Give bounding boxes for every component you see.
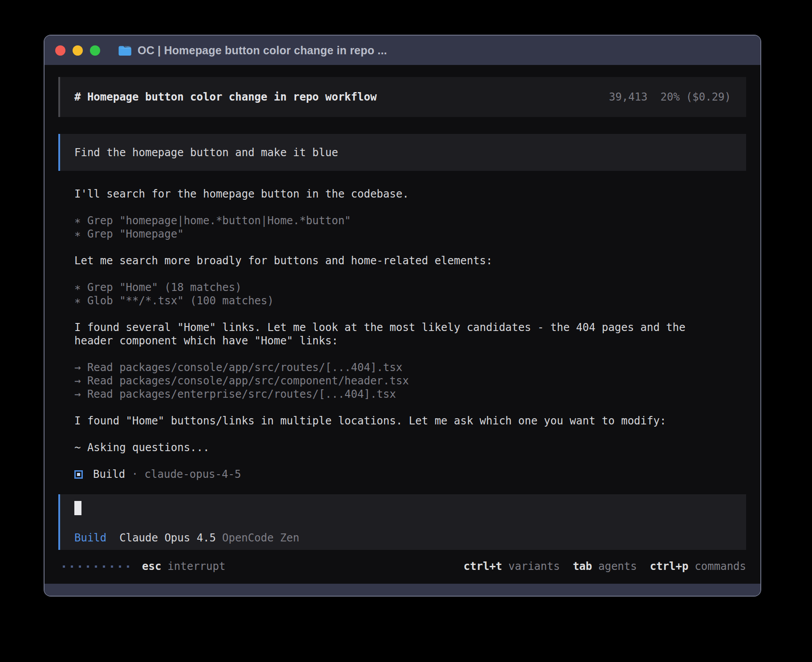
- agent-name: Build: [93, 468, 125, 481]
- close-button[interactable]: [55, 45, 65, 56]
- context-percent: 20%: [660, 91, 679, 103]
- hint-key-tab: tab: [573, 560, 592, 573]
- fullscreen-button[interactable]: [90, 45, 100, 56]
- hint-key-ctrl-t: ctrl+t: [463, 560, 502, 573]
- hint-label-variants: variants: [508, 560, 560, 573]
- titlebar[interactable]: OC | Homepage button color change in rep…: [45, 36, 760, 65]
- hint-label-agents: agents: [598, 560, 637, 573]
- tool-call-grep: ∗ Grep "Homepage": [74, 227, 746, 241]
- footer-right: ctrl+tvariants tabagents ctrl+pcommands: [463, 560, 746, 573]
- hint-variants: ctrl+tvariants: [463, 560, 560, 573]
- user-message-text: Find the homepage button and make it blu…: [74, 146, 338, 159]
- agent-status-row: Build · claude-opus-4-5: [74, 468, 746, 481]
- status-footer: esc interrupt ctrl+tvariants tabagents c…: [58, 560, 746, 573]
- hint-label-interrupt: interrupt: [167, 560, 225, 573]
- user-message-block: Find the homepage button and make it blu…: [58, 134, 746, 171]
- status-asking-questions: ~ Asking questions...: [74, 441, 746, 454]
- window-title: OC | Homepage button color change in rep…: [138, 44, 387, 57]
- agent-separator: ·: [125, 468, 144, 481]
- tool-call-read: → Read packages/console/app/src/routes/[…: [74, 361, 746, 374]
- text-cursor: [74, 501, 81, 515]
- agent-model: claude-opus-4-5: [145, 468, 241, 481]
- input-mode-build[interactable]: Build: [74, 531, 106, 545]
- input-status-line: Build Claude Opus 4.5 OpenCode Zen: [74, 531, 732, 545]
- session-stats: 39,41320%($0.29): [609, 90, 731, 104]
- input-model[interactable]: Claude Opus 4.5: [119, 531, 216, 545]
- hint-commands: ctrl+pcommands: [650, 560, 746, 573]
- session-header: # Homepage button color change in repo w…: [58, 77, 746, 117]
- terminal-window: OC | Homepage button color change in rep…: [44, 35, 761, 597]
- token-count: 39,413: [609, 91, 648, 103]
- session-title: # Homepage button color change in repo w…: [74, 90, 377, 104]
- activity-dots: [63, 565, 135, 568]
- traffic-lights: [55, 45, 107, 56]
- input-provider: OpenCode Zen: [222, 531, 299, 545]
- hint-key-ctrl-p: ctrl+p: [650, 560, 689, 573]
- tool-call-glob: ∗ Glob "**/*.tsx" (100 matches): [74, 294, 746, 307]
- hint-key-esc: esc: [142, 560, 161, 573]
- folder-icon: [118, 45, 132, 56]
- prompt-input[interactable]: Build Claude Opus 4.5 OpenCode Zen: [58, 494, 746, 550]
- transcript: I'll search for the homepage button in t…: [74, 187, 746, 481]
- minimize-button[interactable]: [73, 45, 83, 56]
- terminal-content: # Homepage button color change in repo w…: [45, 65, 760, 584]
- window-bottom-bar: [45, 584, 760, 596]
- session-cost: ($0.29): [686, 91, 731, 103]
- hint-agents: tabagents: [573, 560, 637, 573]
- hint-label-commands: commands: [694, 560, 746, 573]
- tool-call-read: → Read packages/console/app/src/componen…: [74, 374, 746, 388]
- assistant-text: I found "Home" buttons/links in multiple…: [74, 414, 746, 428]
- tool-call-read: → Read packages/enterprise/src/routes/[.…: [74, 388, 746, 401]
- assistant-text: Let me search more broadly for buttons a…: [74, 254, 746, 267]
- footer-left: esc interrupt: [63, 560, 225, 573]
- assistant-text: I'll search for the homepage button in t…: [74, 187, 746, 201]
- build-agent-icon: [74, 470, 83, 479]
- desktop: OC | Homepage button color change in rep…: [0, 0, 812, 662]
- tool-call-grep: ∗ Grep "homepage|home.*button|Home.*butt…: [74, 214, 746, 227]
- tool-call-grep: ∗ Grep "Home" (18 matches): [74, 281, 746, 294]
- assistant-text: I found several "Home" links. Let me loo…: [74, 321, 711, 347]
